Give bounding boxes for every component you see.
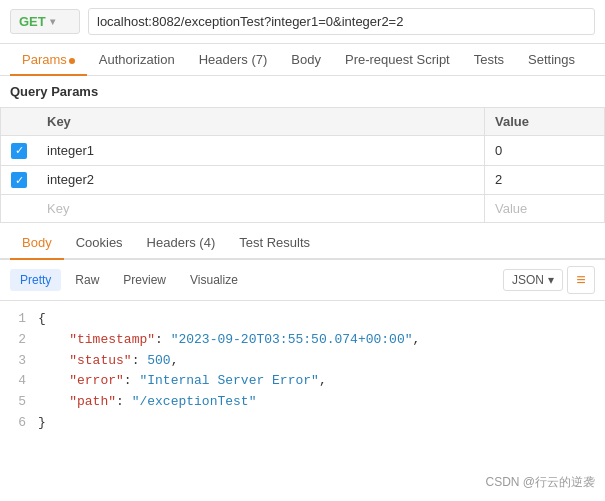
watermark: CSDN @行云的逆袭 xyxy=(485,474,595,491)
wrap-icon[interactable]: ≡ xyxy=(567,266,595,294)
tab-headers[interactable]: Headers (7) xyxy=(187,44,280,75)
table-row: ✓ integer2 2 xyxy=(1,165,605,195)
line-num-3: 3 xyxy=(10,351,26,372)
params-dot xyxy=(69,58,75,64)
table-row-empty: Key Value xyxy=(1,195,605,223)
table-row: ✓ integer1 0 xyxy=(1,136,605,166)
code-line-3: 3 "status": 500, xyxy=(10,351,595,372)
code-content-3: "status": 500, xyxy=(38,351,595,372)
code-area: 1 { 2 "timestamp": "2023-09-20T03:55:50.… xyxy=(0,301,605,442)
code-content-4: "error": "Internal Server Error", xyxy=(38,371,595,392)
tab-settings[interactable]: Settings xyxy=(516,44,587,75)
format-pretty[interactable]: Pretty xyxy=(10,269,61,291)
json-format-select[interactable]: JSON ▾ xyxy=(503,269,563,291)
code-content-1: { xyxy=(38,309,595,330)
code-line-6: 6 } xyxy=(10,413,595,434)
response-tab-body[interactable]: Body xyxy=(10,227,64,258)
json-chevron: ▾ xyxy=(548,273,554,287)
code-content-5: "path": "/exceptionTest" xyxy=(38,392,595,413)
code-content-2: "timestamp": "2023-09-20T03:55:50.074+00… xyxy=(38,330,595,351)
format-visualize[interactable]: Visualize xyxy=(180,269,248,291)
col-key: Key xyxy=(37,108,485,136)
code-content-6: } xyxy=(38,413,595,434)
param-value-2[interactable]: 2 xyxy=(485,165,605,195)
url-bar: GET ▾ xyxy=(0,0,605,44)
tab-params[interactable]: Params xyxy=(10,44,87,75)
checkbox-1[interactable]: ✓ xyxy=(11,143,27,159)
tab-prerequest[interactable]: Pre-request Script xyxy=(333,44,462,75)
tab-body[interactable]: Body xyxy=(279,44,333,75)
param-key-1[interactable]: integer1 xyxy=(37,136,485,166)
url-input[interactable] xyxy=(88,8,595,35)
checkbox-2[interactable]: ✓ xyxy=(11,172,27,188)
method-label: GET xyxy=(19,14,46,29)
tab-authorization[interactable]: Authorization xyxy=(87,44,187,75)
method-chevron: ▾ xyxy=(50,16,55,27)
line-num-2: 2 xyxy=(10,330,26,351)
line-num-6: 6 xyxy=(10,413,26,434)
code-line-4: 4 "error": "Internal Server Error", xyxy=(10,371,595,392)
param-key-2[interactable]: integer2 xyxy=(37,165,485,195)
line-num-5: 5 xyxy=(10,392,26,413)
line-num-4: 4 xyxy=(10,371,26,392)
param-value-empty[interactable]: Value xyxy=(485,195,605,223)
format-raw[interactable]: Raw xyxy=(65,269,109,291)
response-tab-test-results[interactable]: Test Results xyxy=(227,227,322,258)
format-preview[interactable]: Preview xyxy=(113,269,176,291)
response-section: Body Cookies Headers (4) Test Results Pr… xyxy=(0,227,605,442)
code-line-2: 2 "timestamp": "2023-09-20T03:55:50.074+… xyxy=(10,330,595,351)
code-line-5: 5 "path": "/exceptionTest" xyxy=(10,392,595,413)
param-key-empty[interactable]: Key xyxy=(37,195,485,223)
params-table: Key Value ✓ integer1 0 ✓ integer2 2 Key … xyxy=(0,107,605,223)
line-num-1: 1 xyxy=(10,309,26,330)
col-value: Value xyxy=(485,108,605,136)
code-line-1: 1 { xyxy=(10,309,595,330)
format-row: Pretty Raw Preview Visualize JSON ▾ ≡ xyxy=(0,260,605,301)
query-params-header: Query Params xyxy=(0,76,605,107)
col-check xyxy=(1,108,38,136)
param-value-1[interactable]: 0 xyxy=(485,136,605,166)
response-tabs: Body Cookies Headers (4) Test Results xyxy=(0,227,605,260)
method-select[interactable]: GET ▾ xyxy=(10,9,80,34)
tab-tests[interactable]: Tests xyxy=(462,44,516,75)
response-tab-cookies[interactable]: Cookies xyxy=(64,227,135,258)
response-tab-headers[interactable]: Headers (4) xyxy=(135,227,228,258)
request-tabs: Params Authorization Headers (7) Body Pr… xyxy=(0,44,605,76)
